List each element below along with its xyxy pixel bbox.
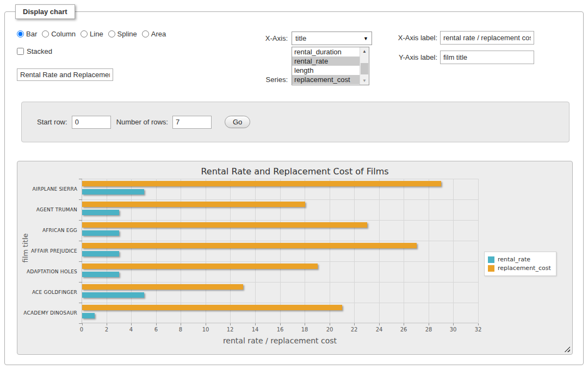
bar-replacement_cost <box>82 305 342 310</box>
x-tick-label: 24 <box>371 327 387 333</box>
gridline-v <box>478 179 479 323</box>
bar-replacement_cost <box>82 181 441 186</box>
x-tick-mark <box>379 323 380 325</box>
gridline-h <box>82 199 478 200</box>
start-row-input[interactable] <box>72 116 111 129</box>
x-tick-mark <box>181 323 181 325</box>
gridline-v <box>131 179 132 323</box>
radio-column[interactable]: Column <box>42 30 76 38</box>
category-label: AGENT TRUMAN <box>17 199 77 220</box>
bar-rental_rate <box>82 189 144 195</box>
x-tick-label: 18 <box>296 327 313 333</box>
radio-line-input[interactable] <box>81 30 88 37</box>
num-rows-label: Number of rows: <box>116 118 168 126</box>
y-axis-label-input[interactable] <box>440 51 534 64</box>
scrollbar-thumb[interactable] <box>361 63 368 74</box>
category-label: ADAPTATION HOLES <box>17 261 77 282</box>
series-list-label: Series: <box>233 74 288 86</box>
chart-type-radio-group: Bar Column Line Spline Area <box>17 30 166 38</box>
category-label: AIRPLANE SIERRA <box>17 179 77 199</box>
radio-area[interactable]: Area <box>142 30 166 38</box>
gridline-v <box>379 179 380 323</box>
radio-bar-label: Bar <box>26 30 37 38</box>
gridline-v <box>305 179 305 323</box>
gridline-v <box>181 179 181 323</box>
stacked-checkbox[interactable] <box>17 48 24 55</box>
gridline-v <box>453 179 454 323</box>
radio-area-input[interactable] <box>142 30 149 37</box>
gridline-v <box>429 179 429 323</box>
x-tick-mark <box>255 323 256 325</box>
x-axis-select-value: title <box>295 34 363 42</box>
fieldset-legend: Display chart <box>15 4 75 19</box>
x-tick-mark <box>305 323 305 325</box>
x-tick-mark <box>131 323 132 325</box>
x-tick-label: 28 <box>420 327 437 333</box>
category-label: ACADEMY DINOSAUR <box>17 303 77 323</box>
x-tick-mark <box>280 323 281 325</box>
radio-line[interactable]: Line <box>81 30 103 38</box>
chart-title-input[interactable] <box>17 68 113 81</box>
x-tick-mark <box>330 323 330 325</box>
gridline-v <box>354 179 355 323</box>
y-tick-mark <box>79 323 82 324</box>
category-label: ACE GOLDFINGER <box>17 282 77 303</box>
x-tick-mark <box>82 323 83 325</box>
x-axis-title: rental rate / replacement cost <box>82 336 478 345</box>
series-option-length[interactable]: length <box>292 66 360 75</box>
gridline-v <box>230 179 231 323</box>
series-option-rental-duration[interactable]: rental_duration <box>292 47 360 57</box>
legend-label: replacement_cost <box>498 265 551 272</box>
gridline-h <box>82 282 478 283</box>
stacked-checkbox-row[interactable]: Stacked <box>17 47 52 55</box>
chart-title: Rental Rate and Replacement Cost of Film… <box>17 166 572 177</box>
radio-column-input[interactable] <box>42 30 49 37</box>
bar-replacement_cost <box>82 264 318 269</box>
x-axis-label-label: X-Axis label: <box>358 31 437 45</box>
x-tick-label: 10 <box>197 327 214 333</box>
radio-bar[interactable]: Bar <box>17 30 37 38</box>
legend-item-replacement_cost[interactable]: replacement_cost <box>488 265 551 272</box>
x-axis-label-input[interactable] <box>440 31 534 45</box>
x-tick-label: 32 <box>470 327 486 333</box>
x-tick-label: 4 <box>123 327 139 333</box>
scrollbar-down-icon[interactable]: ▼ <box>360 77 369 85</box>
y-tick-mark <box>79 199 82 200</box>
radio-column-label: Column <box>51 30 76 38</box>
bar-replacement_cost <box>82 202 305 207</box>
x-tick-mark <box>404 323 404 325</box>
series-option-rental-rate[interactable]: rental_rate <box>292 57 360 66</box>
num-rows-input[interactable] <box>172 116 212 129</box>
plot-area <box>82 179 478 323</box>
y-tick-mark <box>79 220 82 221</box>
radio-spline-input[interactable] <box>108 30 115 37</box>
bar-replacement_cost <box>82 243 417 248</box>
x-tick-label: 2 <box>98 327 115 333</box>
x-tick-label: 6 <box>148 327 164 333</box>
series-option-replacement-cost[interactable]: replacement_cost <box>292 75 360 84</box>
stacked-label: Stacked <box>27 47 52 55</box>
y-tick-mark <box>79 303 82 303</box>
x-tick-label: 30 <box>445 327 461 333</box>
x-tick-label: 0 <box>73 327 90 333</box>
x-tick-mark <box>453 323 454 325</box>
legend-item-rental_rate[interactable]: rental_rate <box>488 256 551 263</box>
bar-rental_rate <box>82 292 144 298</box>
bar-replacement_cost <box>82 222 367 228</box>
gridline-h <box>82 220 478 221</box>
x-tick-mark <box>206 323 206 325</box>
x-tick-mark <box>230 323 231 325</box>
go-button[interactable]: Go <box>225 116 250 128</box>
series-listbox[interactable]: rental_duration rental_rate length repla… <box>292 47 369 85</box>
bar-rental_rate <box>82 313 95 318</box>
bar-rental_rate <box>82 210 119 215</box>
row-controls-panel: Start row: Number of rows: Go <box>21 102 570 142</box>
radio-bar-input[interactable] <box>17 30 24 37</box>
x-tick-mark <box>156 323 157 325</box>
radio-area-label: Area <box>151 30 166 38</box>
x-tick-label: 14 <box>247 327 263 333</box>
start-row-label: Start row: <box>37 118 67 126</box>
radio-spline[interactable]: Spline <box>108 30 137 38</box>
bar-rental_rate <box>82 251 119 256</box>
resize-handle[interactable] <box>564 346 570 352</box>
